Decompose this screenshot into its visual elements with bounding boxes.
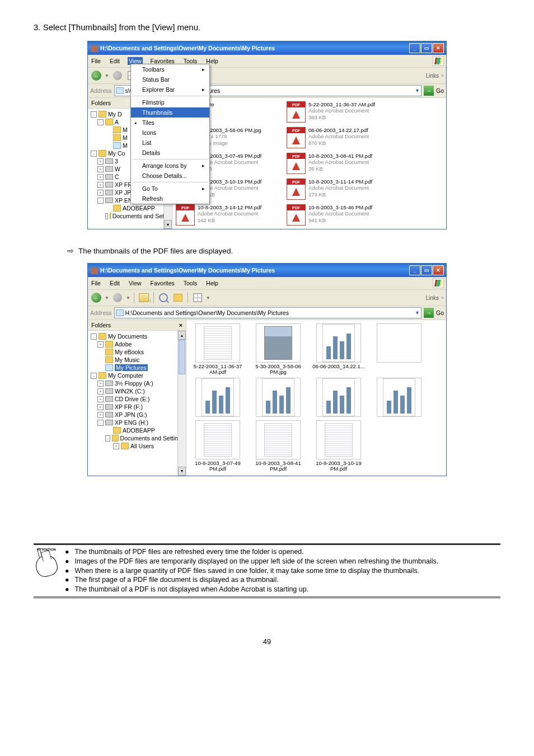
tree-row[interactable]: +XP FR (F:) xyxy=(97,403,184,411)
menu-favorites[interactable]: Favorites xyxy=(149,279,176,287)
maximize-button[interactable]: ▭ xyxy=(421,265,432,275)
tree-toggle[interactable]: - xyxy=(91,373,97,379)
tree-row[interactable]: -My Documents xyxy=(91,332,184,340)
menu-item-filmstrip[interactable]: Filmstrip xyxy=(131,97,209,107)
file-item[interactable]: PDF5-22-2003_11-36-37 AM.pdfAdobe Acroba… xyxy=(287,101,393,123)
views-button[interactable] xyxy=(191,292,204,304)
minimize-button[interactable]: _ xyxy=(409,43,420,53)
forward-button[interactable] xyxy=(111,69,124,82)
tree-toggle[interactable]: - xyxy=(97,198,104,204)
tree-row[interactable]: -My Computer xyxy=(91,372,184,379)
tree-toggle[interactable]: + xyxy=(97,341,104,348)
menu-help[interactable]: Help xyxy=(205,279,219,287)
menu-file[interactable]: File xyxy=(90,279,102,287)
tree-toggle[interactable]: + xyxy=(97,412,104,418)
tree-row[interactable]: +WIN2K (C:) xyxy=(97,387,184,395)
tree-toggle[interactable]: - xyxy=(97,119,104,125)
menu-tools[interactable]: Tools xyxy=(182,279,199,287)
folders-button[interactable] xyxy=(172,292,184,304)
thumbnail-item[interactable]: 5-30-2003_3-58-06 PM.jpg xyxy=(250,323,306,375)
search-button[interactable] xyxy=(157,292,170,304)
thumbnail-item[interactable] xyxy=(311,378,367,418)
menu-item-refresh[interactable]: Refresh xyxy=(131,194,209,204)
file-item[interactable]: PDF10-8-2003_3-08-41 PM.pdfAdobe Acrobat… xyxy=(287,153,393,174)
tree-row[interactable]: ADOBEAPP xyxy=(105,204,170,212)
menu-item-explorerbar[interactable]: Explorer Bar xyxy=(131,84,209,95)
tree-row[interactable]: My Music xyxy=(97,356,184,364)
tree-toggle[interactable]: - xyxy=(91,111,97,118)
go-button[interactable]: → xyxy=(424,86,434,96)
tree-toggle[interactable]: - xyxy=(105,435,110,442)
thumbnail-item[interactable] xyxy=(371,378,427,418)
tree-row[interactable]: -XP ENG (H:) xyxy=(97,419,184,426)
scroll-up-button[interactable]: ▴ xyxy=(178,331,186,340)
tree-toggle[interactable]: + xyxy=(97,396,104,402)
menu-view[interactable]: View xyxy=(128,279,143,287)
tree-row[interactable]: +Adobe xyxy=(97,340,184,348)
tree-toggle[interactable]: + xyxy=(97,166,104,172)
minimize-button[interactable]: _ xyxy=(409,265,420,275)
menu-file[interactable]: File xyxy=(90,57,102,65)
file-item[interactable]: PDF10-8-2003_3-14-12 PM.pdfAdobe Acrobat… xyxy=(176,204,282,226)
tree-toggle[interactable]: + xyxy=(97,404,104,410)
thumbnail-item[interactable]: 10-8-2003_3-10-19 PM.pdf xyxy=(311,420,367,472)
tree-row[interactable]: -Documents and Settings xyxy=(105,212,170,220)
address-input[interactable]: H:\Documents and Settings\Owner\My Docum… xyxy=(114,307,421,318)
up-button[interactable] xyxy=(138,292,150,304)
thumbnail-item[interactable] xyxy=(250,378,306,418)
tree-toggle[interactable]: + xyxy=(97,381,104,387)
dropdown-icon[interactable]: ▼ xyxy=(415,88,420,93)
maximize-button[interactable]: ▭ xyxy=(421,43,432,53)
go-button[interactable]: → xyxy=(424,308,434,318)
thumbnail-item[interactable]: 10-8-2003_3-08-41 PM.pdf xyxy=(250,420,306,472)
scrollbar[interactable]: ▴ ▾ xyxy=(177,331,186,476)
tree-row[interactable]: +All Users xyxy=(113,442,184,450)
tree-toggle[interactable]: + xyxy=(97,388,104,395)
menu-item-thumbnails[interactable]: Thumbnails xyxy=(131,107,209,118)
thumbnail-item[interactable]: 5-22-2003_11-36-37 AM.pdf xyxy=(190,323,246,375)
menu-item-statusbar[interactable]: Status Bar xyxy=(131,74,209,84)
menu-item-details[interactable]: Details xyxy=(131,148,209,158)
scroll-down-button[interactable]: ▾ xyxy=(164,220,172,229)
back-button[interactable]: ← xyxy=(90,69,102,82)
thumbnail-item[interactable] xyxy=(371,323,427,375)
tree-row[interactable]: My eBooks xyxy=(97,348,184,356)
file-item[interactable]: PDF10-8-2003_3-15-46 PM.pdfAdobe Acrobat… xyxy=(287,204,393,226)
menu-item-list[interactable]: List xyxy=(131,138,209,148)
tree-row[interactable]: My Pictures xyxy=(97,364,184,372)
tree-toggle[interactable]: - xyxy=(97,420,104,426)
close-button[interactable]: ✕ xyxy=(433,43,444,53)
back-button[interactable]: ← xyxy=(90,292,102,304)
menu-item-choose[interactable]: Choose Details... xyxy=(131,171,209,181)
file-item[interactable]: PDF06-06-2003_14.22.17.pdfAdobe Acrobat … xyxy=(287,127,393,148)
forward-button[interactable] xyxy=(111,292,124,304)
tree-row[interactable]: +CD Drive (E:) xyxy=(97,395,184,403)
tree-toggle[interactable]: + xyxy=(97,182,104,188)
tree-row[interactable]: ADOBEAPP xyxy=(105,426,184,434)
tree-toggle[interactable]: - xyxy=(91,334,97,340)
thumbnail-item[interactable] xyxy=(190,378,246,418)
menu-item-arrange[interactable]: Arrange Icons by xyxy=(131,161,209,171)
scroll-down-button[interactable]: ▾ xyxy=(178,467,186,476)
tree-toggle[interactable]: - xyxy=(91,151,97,157)
menu-item-tiles[interactable]: Tiles xyxy=(131,118,209,128)
tree-toggle[interactable]: + xyxy=(97,158,104,165)
menu-edit[interactable]: Edit xyxy=(109,57,121,65)
menu-edit[interactable]: Edit xyxy=(109,279,121,287)
menu-item-icons[interactable]: Icons xyxy=(131,128,209,138)
tree-row[interactable]: +XP JPN (G:) xyxy=(97,411,184,419)
tree-toggle[interactable]: - xyxy=(105,213,108,219)
folder-tree[interactable]: -My Documents+AdobeMy eBooksMy MusicMy P… xyxy=(88,331,186,476)
scroll-thumb[interactable] xyxy=(179,340,185,374)
dropdown-icon[interactable]: ▼ xyxy=(415,310,420,316)
tree-row[interactable]: -Documents and Settings xyxy=(105,434,184,442)
tree-toggle[interactable]: + xyxy=(97,174,104,180)
menu-item-toolbars[interactable]: Toolbars xyxy=(131,64,209,74)
close-button[interactable]: ✕ xyxy=(433,265,444,275)
thumbnail-item[interactable]: 10-8-2003_3-07-49 PM.pdf xyxy=(190,420,246,472)
menu-item-goto[interactable]: Go To xyxy=(131,184,209,194)
file-item[interactable]: PDF10-8-2003_3-11-14 PM.pdfAdobe Acrobat… xyxy=(287,179,393,200)
close-panel-button[interactable]: × xyxy=(179,322,182,328)
tree-toggle[interactable]: + xyxy=(113,443,119,449)
thumbnail-item[interactable]: 06-06-2003_14.22.1... xyxy=(311,323,367,375)
